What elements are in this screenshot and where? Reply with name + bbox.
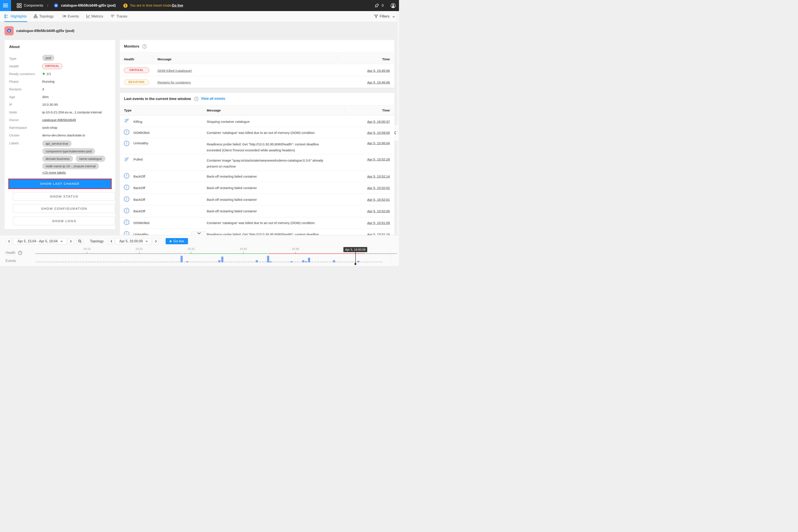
svg-text:?: ?: [196, 97, 197, 100]
svg-text:?: ?: [144, 45, 145, 48]
svg-text:?: ?: [19, 251, 21, 254]
